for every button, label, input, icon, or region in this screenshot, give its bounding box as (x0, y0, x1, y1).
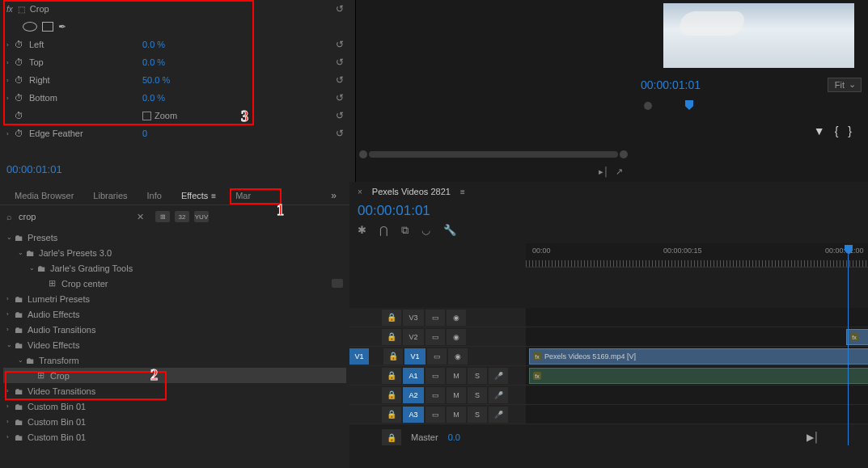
stopwatch-top[interactable]: ⏱ (15, 57, 29, 67)
tab-markers[interactable]: Mar (227, 188, 259, 204)
fx-toggle[interactable]: fx (6, 5, 13, 14)
source-patch-v1[interactable]: V1 (349, 348, 369, 365)
tree-video-effects[interactable]: ⌄🖿Video Effects (3, 337, 346, 352)
track-content-a2[interactable] (526, 386, 868, 404)
goto-end-button[interactable]: ▶│ (807, 432, 836, 443)
track-content-v2[interactable]: fx (526, 327, 868, 346)
pen-mask-tool[interactable]: ✒ (58, 21, 66, 32)
panel-menu-icon[interactable]: ≡ (211, 192, 216, 200)
reset-top[interactable]: ↻ (336, 57, 349, 68)
clip-v1[interactable]: fxPexels Videos 5169.mp4 [V] (529, 348, 868, 365)
stopwatch-right[interactable]: ⏱ (15, 75, 29, 85)
reset-right[interactable]: ↻ (336, 74, 349, 86)
param-bottom-value[interactable]: 0.0 % (142, 93, 165, 103)
transform-icon[interactable]: ⬚ (18, 5, 25, 14)
tab-effects[interactable]: Effects≡ (173, 188, 224, 204)
tab-libraries[interactable]: Libraries (85, 188, 135, 204)
twisty-icon[interactable]: › (6, 41, 15, 48)
marker-tool[interactable]: ◡ (421, 224, 430, 237)
toggle-output-a2[interactable]: ▭ (426, 387, 445, 403)
toggle-eye-v3[interactable]: ◉ (447, 310, 466, 326)
track-content-v3[interactable] (526, 308, 868, 327)
toggle-eye-v2[interactable]: ◉ (447, 329, 466, 345)
toggle-eye-v1[interactable]: ◉ (448, 348, 468, 365)
toggle-output-v3[interactable]: ▭ (426, 310, 445, 326)
timeline-ruler[interactable]: 00:00 00:00:00:15 00:00:01:00 (526, 243, 868, 268)
tree-lumetri[interactable]: ›🖿Lumetri Presets (3, 291, 346, 306)
tree-custom-bin-1[interactable]: ›🖿Custom Bin 01 (3, 398, 346, 414)
tree-crop-effect[interactable]: ⊞Crop (3, 368, 346, 383)
param-right-value[interactable]: 50.0 % (142, 75, 170, 85)
tree-custom-bin-3[interactable]: ›🖿Custom Bin 01 (3, 429, 346, 445)
mute-a2[interactable]: M (447, 387, 466, 403)
lock-a1[interactable]: 🔒 (382, 368, 401, 384)
tree-video-transitions[interactable]: ›🖿Video Transitions (3, 383, 346, 398)
toggle-output-v1[interactable]: ▭ (427, 348, 447, 365)
effect-name[interactable]: Crop (30, 4, 49, 14)
voice-a3[interactable]: 🎤 (489, 407, 508, 423)
zoom-checkbox[interactable] (142, 112, 151, 120)
insert-icon[interactable]: ▸│ (599, 167, 609, 177)
reset-left[interactable]: ↻ (336, 39, 349, 50)
lock-v1[interactable]: 🔒 (383, 348, 403, 365)
program-timecode[interactable]: 00:00:01:01 (641, 78, 701, 91)
lock-master[interactable]: 🔒 (382, 429, 401, 445)
tree-presets[interactable]: ⌄🖿Presets (3, 230, 346, 245)
tree-audio-effects[interactable]: ›🖿Audio Effects (3, 306, 346, 322)
magnet-tool[interactable]: ⋂ (379, 224, 388, 237)
lock-v2[interactable]: 🔒 (382, 329, 401, 345)
in-point-icon[interactable]: { (835, 124, 839, 137)
track-label-a1[interactable]: A1 (403, 368, 424, 384)
track-label-v3[interactable]: V3 (403, 310, 424, 326)
solo-a3[interactable]: S (468, 407, 487, 423)
marker-icon[interactable]: ▼ (814, 124, 825, 137)
reset-zoom[interactable]: ↻ (336, 110, 349, 121)
linked-selection-tool[interactable]: ⧉ (401, 224, 409, 237)
tab-overflow-button[interactable]: » (324, 187, 343, 204)
clip-a1[interactable]: fx (529, 368, 868, 384)
tree-jarles-grading[interactable]: ⌄🖿Jarle's Grading Tools (3, 260, 346, 276)
stopwatch-bottom[interactable]: ⏱ (15, 93, 29, 103)
tab-media-browser[interactable]: Media Browser (6, 188, 82, 204)
toggle-output-a3[interactable]: ▭ (426, 407, 445, 423)
voice-a1[interactable]: 🎤 (489, 368, 508, 384)
source-scrollbar[interactable] (359, 150, 628, 159)
snap-tool[interactable]: ✱ (358, 224, 366, 237)
track-label-v1[interactable]: V1 (404, 348, 426, 365)
reset-feather[interactable]: ↻ (336, 128, 349, 139)
lock-a2[interactable]: 🔒 (382, 387, 401, 403)
stopwatch-feather[interactable]: ⏱ (15, 129, 29, 138)
ellipse-mask-tool[interactable] (23, 22, 37, 32)
track-content-a3[interactable] (526, 405, 868, 424)
twisty-icon[interactable]: › (6, 59, 15, 66)
twisty-icon[interactable]: › (6, 95, 15, 102)
tree-jarles-presets[interactable]: ⌄🖿Jarle's Presets 3.0 (3, 245, 346, 260)
tree-custom-bin-2[interactable]: ›🖿Custom Bin 01 (3, 414, 346, 429)
param-feather-value[interactable]: 0 (142, 129, 147, 138)
tree-transform[interactable]: ⌄🖿Transform (3, 352, 346, 368)
param-top-value[interactable]: 0.0 % (142, 57, 165, 67)
rect-mask-tool[interactable] (42, 22, 53, 32)
timeline-timecode[interactable]: 00:00:01:01 (349, 201, 868, 221)
effects-search-input[interactable] (17, 210, 132, 223)
effect-controls-timecode[interactable]: 00:00:01:01 (0, 160, 355, 179)
close-sequence-button[interactable]: × (358, 188, 362, 196)
search-clear-button[interactable]: ✕ (137, 212, 144, 222)
out-point-icon[interactable]: } (848, 124, 852, 137)
solo-a2[interactable]: S (468, 387, 487, 403)
sequence-menu-icon[interactable]: ≡ (460, 188, 465, 196)
tree-audio-transitions[interactable]: ›🖿Audio Transitions (3, 322, 346, 337)
wrench-tool[interactable]: 🔧 (443, 224, 456, 237)
master-value[interactable]: 0.0 (448, 432, 460, 442)
accelerated-badge[interactable]: ⊞ (155, 211, 170, 222)
program-playhead[interactable] (685, 100, 693, 110)
stopwatch-zoom[interactable]: ⏱ (15, 111, 29, 120)
param-left-value[interactable]: 0.0 % (142, 40, 165, 49)
export-frame-icon[interactable]: ↗ (616, 167, 623, 177)
reset-bottom[interactable]: ↻ (336, 92, 349, 103)
lock-a3[interactable]: 🔒 (382, 407, 401, 423)
track-label-a3[interactable]: A3 (403, 407, 424, 423)
tree-crop-center[interactable]: ⊞Crop center (3, 276, 346, 291)
lock-v3[interactable]: 🔒 (382, 310, 401, 326)
mute-a1[interactable]: M (447, 368, 466, 384)
